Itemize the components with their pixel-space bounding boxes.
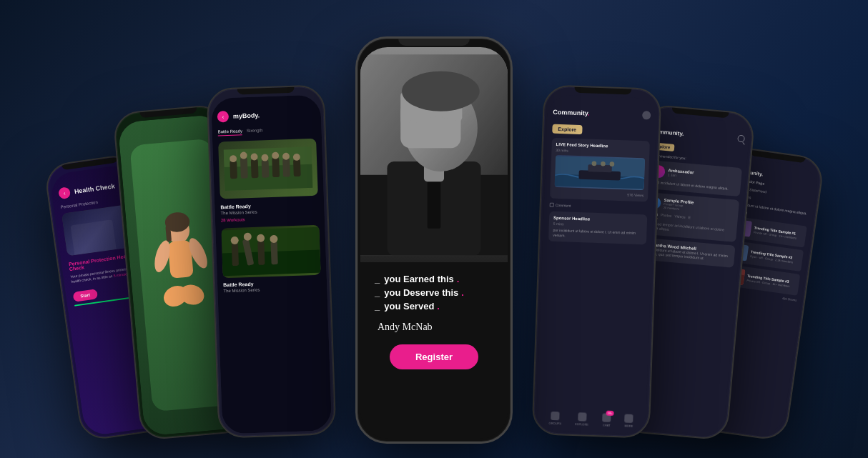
more-icon — [625, 414, 633, 422]
hc-title: Health Check — [74, 182, 115, 195]
svg-rect-22 — [293, 159, 301, 176]
more-label: MORE — [624, 424, 633, 427]
phones-container: ‹ Health Check Personal Protection Perso… — [41, 8, 827, 451]
hc-start-btn[interactable]: Start — [73, 289, 98, 302]
underscore-3: _ — [375, 301, 380, 312]
svg-rect-12 — [240, 157, 248, 178]
andy-content: _ you Earned this. _ you Deserve this. _… — [360, 262, 508, 439]
battle-content: ‹ myBody. Battle Ready Strength — [211, 94, 332, 434]
andy-photo — [360, 47, 508, 262]
trending-info-3: Trending Title Sample #3 Private wfl · G… — [746, 273, 797, 288]
svg-rect-51 — [588, 164, 612, 172]
comm-nav-explore[interactable]: EXPLORE — [575, 412, 589, 427]
underscore-1: _ — [375, 274, 380, 284]
svg-rect-16 — [261, 159, 269, 177]
svg-rect-10 — [230, 161, 237, 179]
svg-rect-14 — [251, 159, 259, 178]
period-1: . — [457, 274, 460, 284]
br-military-img-2 — [221, 224, 320, 278]
comm-title: Community. — [553, 108, 590, 116]
phone-5-screen: Community. Explore LIVE Feed Story Headl… — [536, 94, 657, 434]
phone-community: Community. Explore LIVE Feed Story Headl… — [531, 84, 661, 438]
desk-silhouette — [70, 219, 116, 255]
search-icon[interactable] — [737, 134, 745, 142]
comment-label: Comment — [556, 202, 571, 207]
comm-sponsor: Sponsor Headline 5 mins por incididunt u… — [548, 211, 647, 244]
chat-icon: 99+ — [602, 413, 611, 422]
phone-center-screen: _ you Earned this. _ you Deserve this. _… — [360, 47, 508, 439]
comm-sponsor-text: por incididunt ut labore et dolore l. Ut… — [553, 227, 642, 239]
ambassador-card: Ambassador 1 Jan or ad incididunt ut lab… — [646, 159, 742, 196]
community-content: Community. Explore LIVE Feed Story Headl… — [536, 94, 657, 434]
comm-dot: . — [588, 109, 590, 116]
br-tabs: Battle Ready Strength — [217, 124, 315, 136]
andy-quote: _ you Earned this. _ you Deserve this. _… — [375, 274, 493, 312]
br-workouts: 28 Workouts — [221, 214, 319, 222]
comm-nav-groups[interactable]: GROUPS — [549, 411, 562, 425]
tab-videos[interactable]: Videos — [674, 211, 686, 220]
svg-rect-26 — [232, 242, 239, 265]
comm-nav-more[interactable]: MORE — [624, 414, 633, 427]
comm-post-1: LIVE Feed Story Headline 30 mins — [550, 137, 650, 201]
explore-label: EXPLORE — [575, 422, 588, 427]
trending-info-2: Trending Title Sample #2 Ryan · wfl · Gr… — [750, 249, 800, 264]
period-3: . — [437, 301, 440, 312]
military-2-svg — [221, 224, 320, 278]
comm-comment-action[interactable]: Comment — [550, 202, 571, 207]
br-tab-battle[interactable]: Battle Ready — [217, 127, 242, 136]
br-tab-strength[interactable]: Strength — [247, 126, 263, 135]
phone-center-andy: _ you Earned this. _ you Deserve this. _… — [355, 36, 513, 444]
cp-header: Community. — [651, 127, 745, 142]
br-back-btn[interactable]: ‹ — [217, 110, 230, 122]
center-content: _ you Earned this. _ you Deserve this. _… — [360, 47, 508, 439]
trending-info-1: Trending Title Sample #1 Private wfl · G… — [754, 225, 804, 240]
military-group-svg — [223, 141, 313, 194]
post-img-svg — [555, 154, 645, 189]
tab-photos[interactable]: Photos — [660, 211, 671, 219]
chat-badge: 99+ — [606, 410, 614, 415]
chat-label: CHAT — [603, 423, 611, 427]
comm-explore-tab[interactable]: Explore — [552, 124, 582, 134]
comm-nav: GROUPS EXPLORE 99+ CHAT MORE — [536, 411, 646, 428]
andy-line-1: _ you Earned this. — [375, 274, 493, 284]
br-header: ‹ myBody. — [217, 107, 315, 122]
phone-3-screen: ‹ myBody. Battle Ready Strength — [211, 94, 332, 434]
andy-signature: Andy McNab — [378, 322, 493, 333]
comment-icon — [550, 202, 554, 206]
br-military-img-1 — [218, 138, 318, 199]
comm-post-views: 576 Views — [554, 189, 643, 196]
tab-events[interactable]: E — [688, 213, 691, 221]
svg-rect-32 — [271, 241, 278, 264]
br-title: myBody. — [233, 111, 260, 119]
svg-rect-20 — [282, 158, 290, 176]
comm-nav-chat[interactable]: 99+ CHAT — [602, 413, 611, 427]
period-2: . — [461, 287, 464, 298]
comm-bell-icon[interactable] — [642, 111, 651, 119]
svg-rect-18 — [272, 157, 280, 176]
explore-icon — [578, 412, 586, 421]
phone-battle-ready: ‹ myBody. Battle Ready Strength — [206, 84, 336, 438]
comm-actions: Comment — [550, 202, 648, 210]
register-btn[interactable]: Register — [390, 344, 479, 369]
andy-line-2: _ you Deserve this. — [375, 287, 493, 298]
svg-rect-47 — [360, 54, 508, 255]
svg-rect-30 — [257, 240, 265, 264]
comm-header: Community. — [553, 107, 651, 119]
underscore-2: _ — [375, 287, 380, 298]
andy-line-3: _ you Served. — [375, 301, 493, 312]
back-button[interactable]: ‹ — [58, 186, 71, 199]
groups-label: GROUPS — [549, 421, 562, 425]
andy-photo-svg — [360, 47, 508, 262]
comm-post-img-1 — [555, 154, 645, 189]
groups-icon — [551, 411, 559, 419]
